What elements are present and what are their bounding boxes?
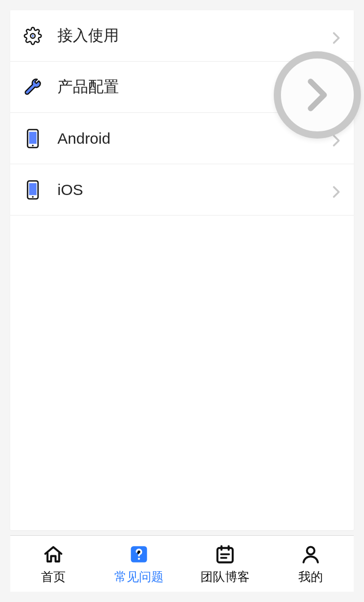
tab-label: 首页 <box>41 569 66 585</box>
tab-label: 常见问题 <box>114 569 164 585</box>
gear-icon <box>23 26 43 46</box>
list-item-label: Android <box>57 130 332 147</box>
tab-blog[interactable]: 团队博客 <box>182 543 268 585</box>
list-item-ios[interactable]: iOS <box>10 164 354 216</box>
calendar-icon <box>214 543 236 566</box>
tab-faq[interactable]: 常见问题 <box>96 543 183 585</box>
wrench-icon <box>23 77 43 98</box>
list-item-label: 接入使用 <box>57 25 332 46</box>
svg-point-2 <box>32 35 34 37</box>
tab-label: 团队博客 <box>200 569 250 585</box>
tab-mine[interactable]: 我的 <box>268 543 354 585</box>
svg-point-8 <box>32 196 33 197</box>
chevron-right-icon <box>332 185 341 195</box>
svg-point-12 <box>307 547 315 554</box>
chevron-right-icon <box>305 77 330 113</box>
user-icon <box>299 543 322 566</box>
svg-point-5 <box>32 144 33 146</box>
svg-rect-7 <box>29 183 37 195</box>
question-icon <box>128 543 150 566</box>
floating-next-button[interactable] <box>274 51 361 139</box>
chevron-right-icon <box>332 31 341 41</box>
svg-rect-4 <box>29 131 37 143</box>
list-item-label: iOS <box>57 181 332 199</box>
tab-bar: 首页 常见问题 团队博客 <box>10 535 354 592</box>
phone-icon <box>23 128 43 149</box>
tab-label: 我的 <box>298 569 323 585</box>
phone-icon <box>23 180 43 200</box>
tab-home[interactable]: 首页 <box>10 543 96 585</box>
svg-point-10 <box>138 557 140 559</box>
home-icon <box>42 543 65 566</box>
